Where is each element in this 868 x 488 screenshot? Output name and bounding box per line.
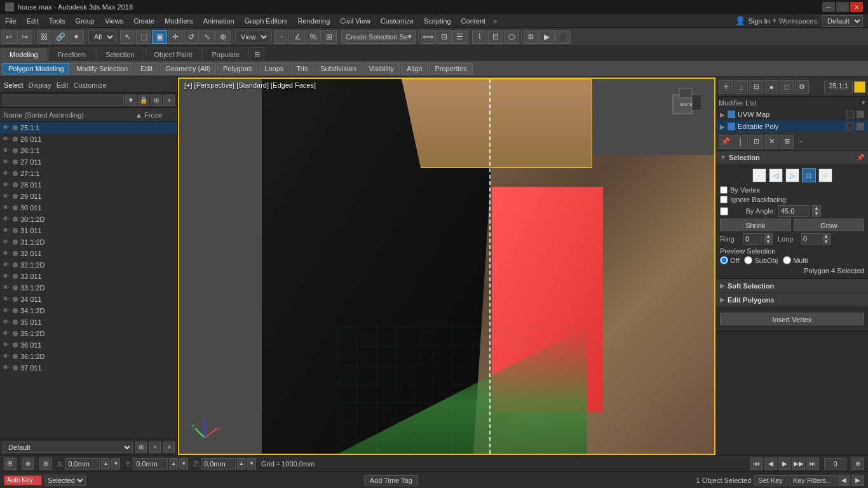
scene-list[interactable]: 👁 25:1:1 👁 26 011 👁 26:1:1 👁 [0, 122, 177, 438]
maximize-button[interactable]: □ [836, 2, 849, 12]
select-edge-button[interactable]: ◁ [769, 168, 783, 182]
by-angle-input[interactable] [778, 205, 810, 217]
y-up-btn[interactable]: ▲ [169, 458, 178, 470]
sign-in-button[interactable]: Sign In [748, 17, 770, 25]
loop-down-btn[interactable]: ▼ [822, 239, 831, 245]
select-polygon-button[interactable]: □ [802, 168, 816, 182]
menu-scripting[interactable]: Scripting [419, 16, 456, 26]
x-up-btn[interactable]: ▲ [101, 458, 110, 470]
ribbon-polygon-modeling[interactable]: Polygon Modeling [3, 63, 69, 74]
rt-motion-btn[interactable]: ● [764, 80, 778, 94]
tab-freeform[interactable]: Freeform [48, 48, 96, 61]
minimize-button[interactable]: ─ [822, 2, 835, 12]
ribbon-loops[interactable]: Loops [259, 63, 289, 74]
nav-cube[interactable]: BACK [663, 85, 702, 123]
menu-create[interactable]: Create [128, 16, 159, 26]
menu-civil-view[interactable]: Civil View [335, 16, 375, 26]
loop-input[interactable] [801, 233, 820, 245]
status-snap-icon[interactable]: ⊕ [22, 458, 34, 470]
layer-select[interactable]: Default [3, 442, 133, 453]
curve-editor-button[interactable]: ⌇ [472, 30, 487, 44]
freeform-button[interactable]: ⊕ [215, 30, 231, 44]
insert-vertex-button[interactable]: Insert Vertex [720, 313, 864, 325]
menu-edit[interactable]: Edit [22, 16, 44, 26]
selection-section-header[interactable]: ▼ Selection 📌 [716, 151, 868, 165]
rt-create-btn[interactable]: ✛ [719, 80, 733, 94]
loop-up-btn[interactable]: ▲ [822, 233, 831, 239]
menu-group[interactable]: Group [70, 16, 100, 26]
z-input[interactable] [201, 458, 236, 470]
x-input[interactable] [65, 458, 100, 470]
menu-expand-icon[interactable]: » [491, 16, 499, 26]
ribbon-tris[interactable]: Tris [290, 63, 313, 74]
soft-selection-section-header[interactable]: ▶ Soft Selection [716, 279, 868, 293]
list-item[interactable]: 👁 26 011 [0, 133, 177, 145]
ribbon-geometry-all[interactable]: Geometry (All) [159, 63, 216, 74]
ring-down-btn[interactable]: ▼ [764, 239, 773, 245]
unlink-button[interactable]: 🔗 [53, 30, 68, 44]
set-key-button[interactable]: Set Key [754, 475, 787, 485]
play-button[interactable]: ▶ [778, 458, 791, 470]
by-angle-checkbox[interactable] [720, 207, 728, 215]
edit-polygons-section-header[interactable]: ▶ Edit Polygons [716, 293, 868, 307]
layer-new-btn[interactable]: + [149, 442, 161, 453]
preview-multi-option[interactable]: Multi [783, 256, 808, 264]
menu-file[interactable]: File [0, 16, 22, 26]
list-item[interactable]: 👁 37 011 [0, 362, 177, 374]
list-item[interactable]: 👁 32:1:2D [0, 259, 177, 271]
select-region-button[interactable]: ⬚ [136, 30, 151, 44]
render-button[interactable]: ▶ [539, 30, 555, 44]
rt-hierarchy-btn[interactable]: ⊟ [749, 80, 763, 94]
select-filter-dropdown[interactable]: All [88, 30, 116, 43]
list-item[interactable]: 👁 35 011 [0, 316, 177, 328]
schematic-button[interactable]: ⊡ [488, 30, 503, 44]
go-start-button[interactable]: ⏮ [750, 458, 763, 470]
bind-button[interactable]: ✦ [69, 30, 84, 44]
nav-left-btn[interactable]: ◀ [837, 475, 850, 486]
create-selection-button[interactable]: Create Selection Se▾ [341, 30, 416, 44]
tab-populate[interactable]: Populate [202, 48, 248, 61]
tool-delete-button[interactable]: ✕ [764, 135, 778, 149]
list-item[interactable]: 👁 26:1:1 [0, 145, 177, 156]
y-down-btn[interactable]: ▼ [179, 458, 188, 470]
menu-content[interactable]: Content [456, 16, 491, 26]
key-filters-button[interactable]: Key Filters... [789, 475, 836, 485]
list-item[interactable]: 👁 31 011 [0, 225, 177, 236]
preview-subobj-option[interactable]: SubObj [744, 256, 778, 264]
go-end-button[interactable]: ⏭ [806, 458, 819, 470]
list-item[interactable]: 👁 36:1:2D [0, 351, 177, 362]
play-back-button[interactable]: ▶▶ [792, 458, 805, 470]
material-editor-button[interactable]: ⬡ [504, 30, 519, 44]
menu-tools[interactable]: Tools [44, 16, 71, 26]
workspaces-select[interactable]: Default [822, 15, 863, 27]
auto-key-button[interactable]: Auto Key [4, 475, 42, 485]
modifier-uvw-map[interactable]: ▶ UVW Map [716, 109, 868, 121]
align-button[interactable]: ⊟ [437, 30, 452, 44]
list-item[interactable]: 👁 29 011 [0, 191, 177, 202]
list-item[interactable]: 👁 25:1:1 [0, 122, 177, 133]
ring-up-btn[interactable]: ▲ [764, 233, 773, 239]
rotate-button[interactable]: ↺ [184, 30, 199, 44]
layers-button[interactable]: ☰ [452, 30, 468, 44]
menu-customize[interactable]: Customize [376, 16, 419, 26]
ribbon-visibility[interactable]: Visibility [363, 63, 400, 74]
list-item[interactable]: 👁 34 011 [0, 294, 177, 305]
layer-expand-btn[interactable]: » [163, 442, 175, 453]
menu-graph-editors[interactable]: Graph Editors [240, 16, 293, 26]
by-angle-up-btn[interactable]: ▲ [812, 205, 821, 211]
percent-snap-button[interactable]: % [306, 30, 321, 44]
grow-button[interactable]: Grow [794, 219, 865, 231]
redo-button[interactable]: ↪ [17, 30, 32, 44]
list-item[interactable]: 👁 27 011 [0, 156, 177, 168]
explorer-tab-customize[interactable]: Customize [74, 81, 107, 89]
status-lock-icon[interactable]: ⛨ [4, 458, 17, 470]
explorer-filter-btn[interactable]: ▼ [125, 95, 137, 106]
section-pin-icon[interactable]: 📌 [857, 154, 864, 161]
z-down-btn[interactable]: ▼ [247, 458, 256, 470]
list-item[interactable]: 👁 33:1:2D [0, 282, 177, 294]
z-up-btn[interactable]: ▲ [237, 458, 246, 470]
render-frame-button[interactable]: ⬛ [555, 30, 571, 44]
rt-utilities-btn[interactable]: ⚙ [795, 80, 809, 94]
render-setup-button[interactable]: ⚙ [524, 30, 539, 44]
close-button[interactable]: ✕ [850, 2, 863, 12]
